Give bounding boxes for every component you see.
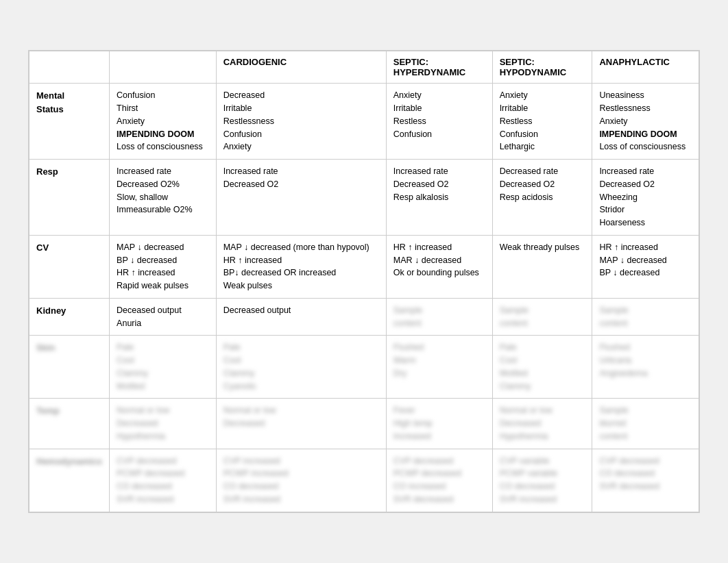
row-label-3: Kidney xyxy=(29,298,110,336)
cell-5-anaphylactic: Sampleblurredcontent xyxy=(592,399,699,449)
row-label-6: Hemodynamics xyxy=(29,449,110,512)
cell-1-hypovolemic: Increased rateDecreased O2%Slow, shallow… xyxy=(110,160,217,236)
cell-0-anaphylactic: UneasinessRestlessnessAnxietyIMPENDING D… xyxy=(592,84,699,160)
cell-0-hypovolemic: ConfusionThirstAnxietyIMPENDING DOOMLoss… xyxy=(110,84,217,160)
col-header-anaphylactic: ANAPHYLACTIC xyxy=(592,51,699,84)
row-label-4: Skin xyxy=(29,336,110,399)
cell-2-cardiogenic: MAP ↓ decreased (more than hypovol)HR ↑ … xyxy=(216,235,386,298)
cell-2-anaphylactic: HR ↑ increasedMAP ↓ decreasedBP ↓ decrea… xyxy=(592,235,699,298)
col-header-septic-hyper: SEPTIC:HYPERDYNAMIC xyxy=(386,51,492,84)
cell-1-anaphylactic: Increased rateDecreased O2WheezingStrido… xyxy=(592,160,699,236)
comparison-table: CARDIOGENIC SEPTIC:HYPERDYNAMIC SEPTIC:H… xyxy=(28,50,700,512)
cell-0-septic_hypo: AnxietyIrritableRestlessConfusionLetharg… xyxy=(492,84,592,160)
cell-4-anaphylactic: FlushedUrticariaAngioedema xyxy=(592,336,699,399)
cell-3-septic_hyper: Samplecontent xyxy=(386,298,492,336)
cell-6-anaphylactic: CVP decreasedCO decreasedSVR decreased xyxy=(592,449,699,512)
col-header-hypovolemic xyxy=(110,51,217,84)
cell-4-hypovolemic: PaleCoolClammyMottled xyxy=(110,336,217,399)
cell-6-cardiogenic: CVP increasedPCWP increasedCO decreasedS… xyxy=(216,449,386,512)
cell-2-septic_hyper: HR ↑ increasedMAR ↓ decreasedOk or bound… xyxy=(386,235,492,298)
cell-5-septic_hypo: Normal or lowDecreasedHypothermia xyxy=(492,399,592,449)
cell-2-hypovolemic: MAP ↓ decreasedBP ↓ decreasedHR ↑ increa… xyxy=(110,235,217,298)
cell-3-septic_hypo: Samplecontent xyxy=(492,298,592,336)
cell-6-septic_hypo: CVP variablePCWP variableCO decreasedSVR… xyxy=(492,449,592,512)
row-label-1: Resp xyxy=(29,160,110,236)
cell-0-septic_hyper: AnxietyIrritableRestlessConfusion xyxy=(386,84,492,160)
col-header-label xyxy=(29,51,110,84)
cell-3-hypovolemic: Deceased outputAnuria xyxy=(110,298,217,336)
cell-5-hypovolemic: Normal or lowDecreasedHypothermia xyxy=(110,399,217,449)
cell-5-cardiogenic: Normal or lowDecreased xyxy=(216,399,386,449)
col-header-septic-hypo: SEPTIC:HYPODYNAMIC xyxy=(492,51,592,84)
cell-1-septic_hyper: Increased rateDecreased O2Resp alkalosis xyxy=(386,160,492,236)
cell-6-hypovolemic: CVP decreasedPCWP decreasedCO decreasedS… xyxy=(110,449,217,512)
row-label-2: CV xyxy=(29,235,110,298)
col-header-cardiogenic: CARDIOGENIC xyxy=(216,51,386,84)
cell-5-septic_hyper: FeverHigh tempIncreased xyxy=(386,399,492,449)
cell-3-anaphylactic: Samplecontent xyxy=(592,298,699,336)
row-label-0: Mental Status xyxy=(29,84,110,160)
cell-6-septic_hyper: CVP decreasedPCWP decreasedCO increasedS… xyxy=(386,449,492,512)
cell-1-cardiogenic: Increased rateDecreased O2 xyxy=(216,160,386,236)
cell-4-septic_hypo: PaleCoolMottledClammy xyxy=(492,336,592,399)
cell-0-cardiogenic: DecreasedIrritableRestlessnessConfusionA… xyxy=(216,84,386,160)
cell-3-cardiogenic: Decreased output xyxy=(216,298,386,336)
cell-4-cardiogenic: PaleCoolClammyCyanotic xyxy=(216,336,386,399)
cell-1-septic_hypo: Decreased rateDecreased O2Resp acidosis xyxy=(492,160,592,236)
row-label-5: Temp xyxy=(29,399,110,449)
cell-2-septic_hypo: Weak thready pulses xyxy=(492,235,592,298)
cell-4-septic_hyper: FlushedWarmDry xyxy=(386,336,492,399)
